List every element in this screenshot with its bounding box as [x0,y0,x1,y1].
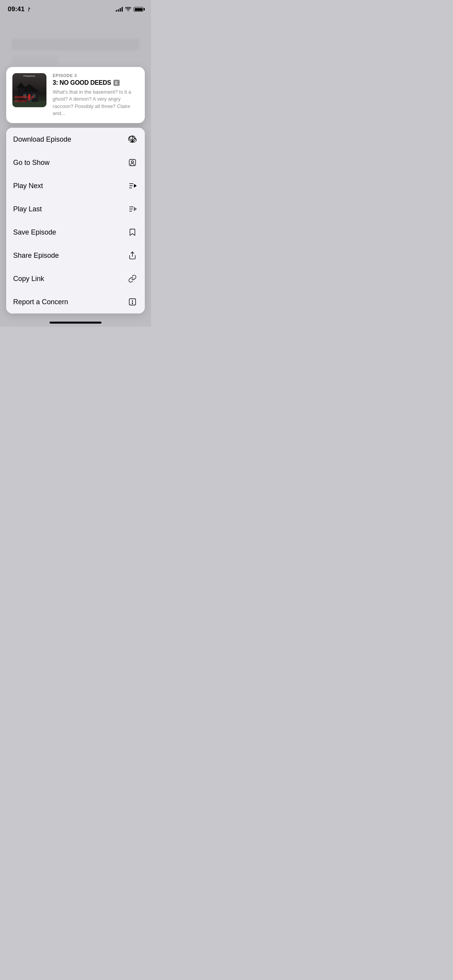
save-episode-item[interactable]: Save Episode [6,221,145,244]
svg-rect-12 [129,159,136,166]
artwork-red-text: PARKDALEHAUNT [15,96,34,103]
bookmark-icon [127,227,138,238]
battery-icon [134,7,143,12]
episode-artwork: Frequency [12,73,46,107]
download-episode-label: Download Episode [13,135,71,144]
svg-marker-17 [134,184,137,187]
play-last-icon [127,204,138,214]
home-indicator [50,322,101,324]
svg-marker-5 [16,82,26,88]
signal-icon [116,7,123,12]
action-menu: Download Episode Go to Show [6,128,145,314]
bottom-sheet: Frequency [0,0,151,327]
status-time: 09:41 [8,5,31,13]
episode-title-row: 3: NO GOOD DEEDS E [53,79,139,86]
report-concern-item[interactable]: Report a Concern [6,290,145,314]
svg-point-13 [131,161,134,163]
share-episode-item[interactable]: Share Episode [6,244,145,267]
save-episode-label: Save Episode [13,228,56,236]
episode-label: EPISODE 3 [53,73,139,78]
episode-description: What's that in the basement? Is it a gho… [53,89,139,117]
play-next-icon [127,180,138,191]
go-to-show-label: Go to Show [13,159,50,167]
report-concern-label: Report a Concern [13,298,68,306]
play-last-label: Play Last [13,205,42,213]
report-icon [127,296,138,307]
link-icon [127,273,138,284]
wifi-icon [125,7,131,12]
svg-marker-21 [134,207,137,210]
play-next-label: Play Next [13,182,43,190]
episode-card: Frequency [6,67,145,123]
play-next-item[interactable]: Play Next [6,174,145,197]
artwork-show-name: Frequency [12,75,46,77]
download-episode-item[interactable]: Download Episode [6,128,145,151]
download-icon [127,134,138,145]
go-to-show-item[interactable]: Go to Show [6,151,145,174]
share-episode-label: Share Episode [13,252,59,260]
episode-info: EPISODE 3 3: NO GOOD DEEDS E What's that… [53,73,139,117]
play-last-item[interactable]: Play Last [6,197,145,221]
explicit-badge: E [113,80,120,86]
copy-link-label: Copy Link [13,275,44,283]
status-icons [116,7,143,12]
podcast-icon [127,157,138,168]
svg-point-25 [132,303,133,304]
share-icon [127,250,138,261]
episode-title: 3: NO GOOD DEEDS [53,79,111,86]
copy-link-item[interactable]: Copy Link [6,267,145,290]
status-bar: 09:41 [0,0,151,16]
